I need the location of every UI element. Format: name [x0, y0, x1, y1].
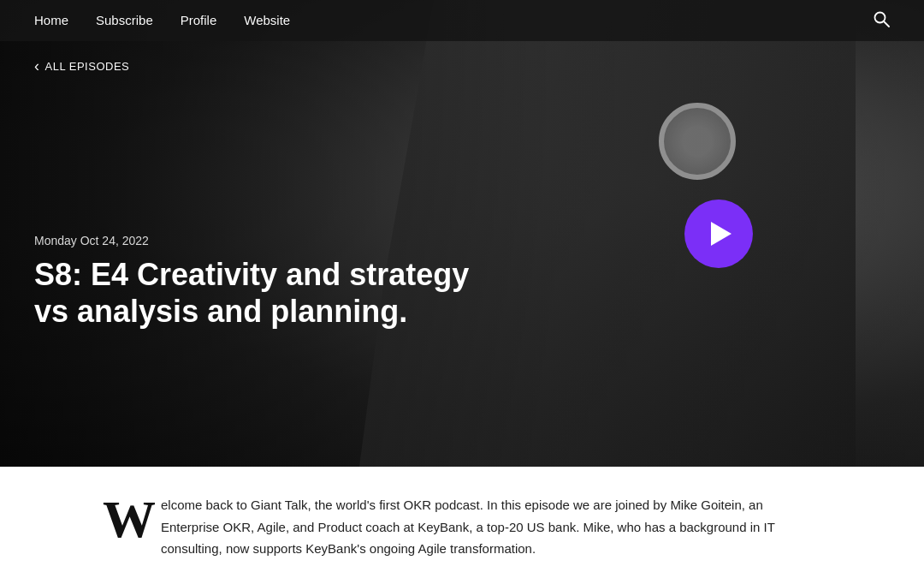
search-icon[interactable] — [873, 10, 890, 32]
play-button[interactable] — [684, 200, 753, 268]
description-body: elcome back to Giant Talk, the world's f… — [161, 498, 775, 556]
nav-links: Home Subscribe Profile Website — [34, 13, 290, 28]
play-icon — [711, 222, 732, 246]
hero-content: Monday Oct 24, 2022 S8: E4 Creativity an… — [34, 234, 479, 330]
nav-item-home[interactable]: Home — [34, 13, 68, 28]
episode-title: S8: E4 Creativity and strategy vs analys… — [34, 256, 479, 330]
nav-link-subscribe[interactable]: Subscribe — [96, 13, 153, 27]
nav-link-home[interactable]: Home — [34, 13, 68, 27]
headphone-graphic — [659, 103, 736, 180]
svg-line-1 — [884, 21, 889, 27]
episode-date: Monday Oct 24, 2022 — [34, 234, 479, 247]
drop-cap: W — [103, 499, 156, 539]
hero-section: ALL EPISODES Monday Oct 24, 2022 S8: E4 … — [0, 0, 924, 467]
navigation: Home Subscribe Profile Website — [0, 0, 924, 41]
nav-item-subscribe[interactable]: Subscribe — [96, 13, 153, 28]
nav-item-website[interactable]: Website — [244, 13, 290, 28]
description-text: Welcome back to Giant Talk, the world's … — [103, 494, 821, 560]
nav-link-profile[interactable]: Profile — [181, 13, 217, 27]
back-to-episodes-link[interactable]: ALL EPISODES — [34, 58, 129, 74]
nav-item-profile[interactable]: Profile — [181, 13, 217, 28]
episode-description: Welcome back to Giant Talk, the world's … — [0, 467, 924, 578]
nav-link-website[interactable]: Website — [244, 13, 290, 27]
